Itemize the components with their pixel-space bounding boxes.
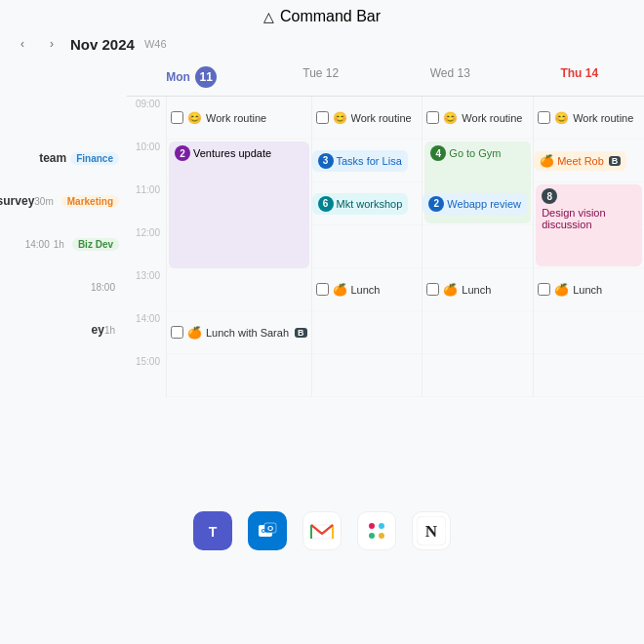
time-slot-mon-1: 2 Ventures update [167, 140, 311, 182]
time-slot-wed-0: 😊 Work routine [423, 97, 533, 140]
day-col-wed: 😊 Work routine 4 Go to Gym [422, 97, 533, 397]
prev-button[interactable]: ‹ [12, 33, 33, 55]
time-slot-mon-5: 🍊 Lunch with Sarah B [167, 311, 311, 354]
tue-work-routine-checkbox[interactable] [316, 111, 329, 124]
sidebar-row-empty1 [0, 351, 127, 394]
wed-lunch-checkbox[interactable] [426, 283, 439, 296]
time-slot-mon-4 [167, 268, 311, 311]
tue-mkt-num: 6 [318, 196, 334, 212]
tue-work-routine[interactable]: 😊 Work routine [312, 109, 416, 127]
time-slot-wed-1: 4 Go to Gym [423, 140, 533, 182]
mon-lunch-sarah[interactable]: 🍊 Lunch with Sarah B [167, 324, 311, 342]
wed-webapp-review[interactable]: 2 Webapp review [423, 193, 527, 215]
time-slot-mon-6 [167, 354, 311, 397]
time-slot-tue-1: 3 Tasks for Lisa [312, 140, 423, 182]
teams-icon[interactable]: T [193, 511, 232, 550]
month-label: Nov 2024 [70, 36, 135, 53]
day-label-wed: Wed 13 [430, 66, 470, 80]
thu-design-num: 8 [542, 188, 557, 204]
time-slot-tue-6 [312, 354, 423, 397]
time-1200: 12:00 [127, 225, 166, 268]
tue-mkt-text: Mkt workshop [337, 198, 403, 210]
gmail-icon[interactable] [302, 511, 342, 550]
sidebar-marketing-tag: Marketing [61, 195, 119, 208]
time-1500: 15:00 [127, 354, 166, 397]
day-col-thu: 😊 Work routine 🍊 Meet Rob B [533, 97, 644, 397]
thu-meet-rob-text: Meet Rob [557, 155, 604, 167]
day-col-mon: 😊 Work routine 2 Ventures update [166, 97, 311, 397]
mon-lunch-sarah-checkbox[interactable] [171, 326, 183, 339]
thu-meet-rob[interactable]: 🍊 Meet Rob B [534, 151, 626, 171]
sidebar-team-name: team [39, 151, 66, 165]
sidebar-survey-duration: 30m [34, 196, 53, 207]
sidebar-row-team: team Finance [0, 137, 127, 180]
sidebar-survey-name: survey [0, 194, 34, 208]
time-slot-tue-0: 😊 Work routine [312, 97, 423, 140]
week-badge: W46 [144, 38, 167, 50]
svg-point-10 [379, 523, 384, 529]
notion-icon[interactable]: N [412, 511, 451, 550]
day-col-tue: 😊 Work routine 3 Tasks for Lisa [311, 97, 423, 397]
mon-ventures-update[interactable]: 2 Ventures update [169, 141, 309, 268]
sidebar-ey-duration: 1h [104, 325, 115, 336]
tue-lunch-checkbox[interactable] [316, 283, 329, 296]
thu-design-text: Design vision discussion [542, 207, 636, 230]
mon-work-routine[interactable]: 😊 Work routine [167, 109, 270, 127]
thu-design-vision[interactable]: 8 Design vision discussion [536, 184, 642, 266]
outlook-icon[interactable]: O o [248, 511, 287, 550]
wed-work-routine[interactable]: 😊 Work routine [423, 109, 526, 127]
svg-text:O: O [267, 524, 273, 533]
svg-text:T: T [209, 524, 218, 540]
time-slot-tue-5 [312, 311, 423, 354]
thu-meet-rob-b: B [609, 156, 622, 166]
time-slot-wed-3 [423, 225, 533, 268]
time-slot-thu-1: 🍊 Meet Rob B [534, 140, 644, 182]
tue-tasks-lisa[interactable]: 3 Tasks for Lisa [312, 150, 408, 172]
sidebar-finance-tag: Finance [70, 152, 119, 165]
wed-gym-text: Go to Gym [449, 147, 501, 159]
tue-tasks-num: 3 [318, 153, 334, 169]
day-label-thu: Thu 14 [560, 66, 598, 80]
day-num-mon: 11 [195, 66, 217, 88]
tue-mkt-workshop[interactable]: 6 Mkt workshop [312, 193, 409, 215]
time-1000: 10:00 [127, 140, 166, 182]
svg-text:o: o [262, 527, 265, 534]
time-slot-thu-6 [534, 354, 644, 397]
wed-work-routine-checkbox[interactable] [426, 111, 439, 124]
time-slot-wed-5 [423, 311, 533, 354]
time-slot-thu-0: 😊 Work routine [534, 97, 644, 140]
wed-webapp-num: 2 [428, 196, 444, 212]
mon-work-routine-checkbox[interactable] [171, 111, 183, 124]
sidebar-row-empty2 [0, 394, 127, 437]
time-column: 09:00 10:00 11:00 12:00 13:00 14:00 15:0… [127, 97, 166, 397]
tue-tasks-text: Tasks for Lisa [337, 155, 402, 167]
thu-work-routine[interactable]: 😊 Work routine [534, 109, 637, 127]
svg-point-9 [369, 523, 375, 529]
sidebar-18-time: 18:00 [91, 282, 115, 293]
sidebar-row-survey: survey 30m Marketing [0, 180, 127, 222]
wed-lunch[interactable]: 🍊 Lunch [423, 281, 495, 299]
day-header-wed: Wed 13 [385, 62, 515, 92]
day-header-thu: Thu 14 [515, 62, 645, 92]
day-header-mon: Mon 11 [127, 62, 257, 92]
calendar-container: team Finance survey 30m Marketing 14:00 … [0, 62, 644, 437]
time-slot-thu-5 [534, 311, 644, 354]
time-slot-tue-4: 🍊 Lunch [312, 268, 423, 311]
next-button[interactable]: › [41, 33, 62, 55]
thu-work-routine-checkbox[interactable] [538, 111, 550, 124]
svg-point-12 [379, 533, 384, 539]
sidebar-bizdev-tag: Biz Dev [72, 238, 119, 251]
mon-ventures-num: 2 [175, 145, 190, 161]
time-slot-wed-6 [423, 354, 533, 397]
thu-lunch-checkbox[interactable] [538, 283, 550, 296]
app-header: △ Command Bar [0, 0, 644, 29]
time-1400: 14:00 [127, 311, 166, 354]
sidebar-bizdev-time: 14:00 [25, 239, 50, 250]
slack-icon[interactable] [357, 511, 396, 550]
time-slot-tue-2: 6 Mkt workshop [312, 182, 423, 225]
time-1300: 13:00 [127, 268, 166, 311]
tue-lunch[interactable]: 🍊 Lunch [312, 281, 384, 299]
days-grid: Mon 11 Tue 12 Wed 13 Thu 14 09:00 10:00 … [127, 62, 644, 437]
day-headers: Mon 11 Tue 12 Wed 13 Thu 14 [127, 62, 644, 97]
thu-lunch[interactable]: 🍊 Lunch [534, 281, 606, 299]
